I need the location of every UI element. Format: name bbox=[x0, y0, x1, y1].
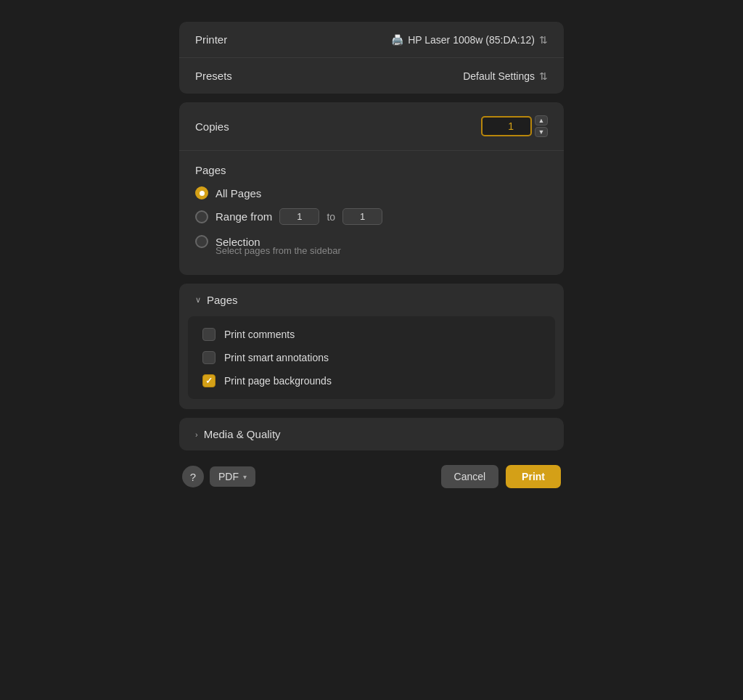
print-button[interactable]: Print bbox=[506, 465, 561, 488]
pdf-chevron-icon: ▾ bbox=[243, 473, 247, 481]
range-option[interactable]: Range from to bbox=[195, 208, 548, 225]
pdf-button[interactable]: PDF ▾ bbox=[210, 466, 255, 487]
print-page-backgrounds-checkbox[interactable] bbox=[202, 374, 215, 387]
all-pages-option[interactable]: All Pages bbox=[195, 186, 548, 199]
bottom-bar: ? PDF ▾ Cancel Print bbox=[179, 465, 564, 488]
bottom-left: ? PDF ▾ bbox=[182, 466, 255, 487]
print-page-backgrounds-label: Print page backgrounds bbox=[224, 375, 332, 387]
pages-section: Pages All Pages Range from to Selectio bbox=[195, 164, 548, 259]
copies-input-wrap: ▲ ▼ bbox=[481, 115, 548, 137]
print-comments-label: Print comments bbox=[224, 329, 295, 340]
print-smart-annotations-label: Print smart annotations bbox=[224, 352, 329, 363]
presets-value-wrap: Default Settings ⇅ bbox=[463, 70, 548, 82]
printer-name: HP Laser 1008w (85:DA:12) bbox=[408, 34, 535, 46]
range-to-input[interactable] bbox=[342, 208, 382, 225]
copies-stepper: ▲ ▼ bbox=[535, 115, 548, 137]
all-pages-radio[interactable] bbox=[195, 186, 208, 199]
presets-row: Presets Default Settings ⇅ bbox=[179, 58, 564, 94]
pdf-label: PDF bbox=[218, 471, 239, 482]
help-button[interactable]: ? bbox=[182, 466, 204, 487]
printer-stepper-icon[interactable]: ⇅ bbox=[539, 34, 548, 46]
print-comments-row[interactable]: Print comments bbox=[202, 328, 541, 341]
printer-presets-card: Printer 🖨️ HP Laser 1008w (85:DA:12) ⇅ P… bbox=[179, 22, 564, 94]
presets-value: Default Settings bbox=[463, 70, 535, 82]
copies-label: Copies bbox=[195, 120, 229, 133]
bottom-right: Cancel Print bbox=[441, 465, 561, 488]
copies-row: Copies ▲ ▼ bbox=[195, 115, 548, 137]
print-comments-checkbox[interactable] bbox=[202, 328, 215, 341]
presets-label: Presets bbox=[195, 70, 232, 82]
printer-icon: 🖨️ bbox=[391, 34, 403, 46]
selection-radio[interactable] bbox=[195, 235, 208, 248]
selection-hint: Select pages from the sidebar bbox=[215, 245, 548, 256]
presets-stepper-icon[interactable]: ⇅ bbox=[539, 70, 548, 82]
pages-chevron-icon: ∨ bbox=[195, 295, 201, 305]
pages-label: Pages bbox=[195, 164, 548, 176]
pages-section-header[interactable]: ∨ Pages bbox=[179, 284, 564, 316]
printer-value-wrap: 🖨️ HP Laser 1008w (85:DA:12) ⇅ bbox=[391, 34, 548, 46]
media-quality-header[interactable]: › Media & Quality bbox=[179, 418, 564, 450]
pages-section-title: Pages bbox=[207, 294, 238, 306]
copies-input[interactable] bbox=[481, 116, 532, 136]
range-label: Range from bbox=[215, 210, 272, 223]
checkboxes-card: Print comments Print smart annotations P… bbox=[188, 316, 555, 399]
print-smart-annotations-checkbox[interactable] bbox=[202, 351, 215, 364]
print-page-backgrounds-row[interactable]: Print page backgrounds bbox=[202, 374, 541, 387]
divider bbox=[179, 150, 564, 151]
copies-pages-card: Copies ▲ ▼ Pages All Pages Ra bbox=[179, 102, 564, 275]
cancel-button[interactable]: Cancel bbox=[441, 465, 499, 488]
pages-inner-card: ∨ Pages Print comments Print smart annot… bbox=[179, 284, 564, 409]
copies-decrement-button[interactable]: ▼ bbox=[535, 127, 548, 137]
range-radio[interactable] bbox=[195, 210, 208, 223]
media-quality-card: › Media & Quality bbox=[179, 418, 564, 450]
media-chevron-icon: › bbox=[195, 430, 198, 439]
all-pages-label: All Pages bbox=[215, 187, 261, 199]
print-dialog: Printer 🖨️ HP Laser 1008w (85:DA:12) ⇅ P… bbox=[179, 22, 564, 488]
print-smart-annotations-row[interactable]: Print smart annotations bbox=[202, 351, 541, 364]
copies-increment-button[interactable]: ▲ bbox=[535, 115, 548, 125]
media-quality-title: Media & Quality bbox=[204, 428, 281, 440]
range-to-text: to bbox=[327, 211, 335, 223]
printer-label: Printer bbox=[195, 33, 227, 46]
range-from-input[interactable] bbox=[279, 208, 319, 225]
printer-row: Printer 🖨️ HP Laser 1008w (85:DA:12) ⇅ bbox=[179, 22, 564, 58]
range-row-inner: Range from to bbox=[215, 208, 382, 225]
